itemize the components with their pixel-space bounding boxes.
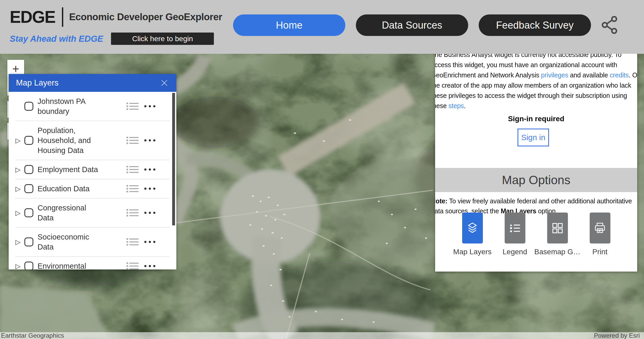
panel-scrollbar-thumb[interactable] <box>172 93 175 225</box>
map-options-title: Map Options <box>502 173 571 187</box>
tool-legend[interactable]: Legend <box>494 213 536 256</box>
map-layers-title: Map Layers <box>16 78 59 88</box>
layer-row-environmental: ▷ Environmental <box>15 257 170 269</box>
expand-arrow-icon[interactable]: ▷ <box>15 238 24 246</box>
layer-label: Johnstown PA boundary <box>38 96 106 116</box>
layer-checkbox[interactable] <box>24 237 33 246</box>
tool-label: Basemap G… <box>534 248 580 256</box>
tool-basemap-gallery[interactable]: Basemap G… <box>536 213 578 256</box>
layer-label: Environmental <box>38 261 106 269</box>
layer-label: Population, Household, and Housing Data <box>38 125 106 155</box>
main-nav: Home Data Sources Feedback Survey <box>233 14 620 36</box>
nav-feedback-survey[interactable]: Feedback Survey <box>479 14 591 36</box>
tool-label: Print <box>592 248 608 256</box>
reports-body-text: The Business Analyst widget is currently… <box>435 50 637 111</box>
map-layers-panel: Map Layers Johnstown PA boundary <box>9 74 176 269</box>
layer-row-education: ▷ Education Data <box>15 179 170 198</box>
layer-row-employment: ▷ Employment Data <box>15 160 170 179</box>
expand-arrow-icon[interactable]: ▷ <box>15 137 24 144</box>
body-text: and available <box>568 71 610 79</box>
layer-options-icon[interactable] <box>144 212 159 214</box>
map-tools-row: Map Layers Legend <box>435 213 637 256</box>
app-subtitle: Economic Developer GeoExplorer <box>69 12 222 23</box>
layer-legend-icon[interactable] <box>126 208 139 218</box>
layer-options-icon[interactable] <box>144 105 159 107</box>
layer-checkbox[interactable] <box>24 165 33 174</box>
expand-arrow-icon[interactable]: ▷ <box>15 262 24 270</box>
layer-row-socioeconomic: ▷ Socioeconomic Data <box>15 227 170 257</box>
app-logo: EDGE <box>10 7 55 27</box>
nav-data-sources[interactable]: Data Sources <box>356 14 468 36</box>
credits-link[interactable]: credits <box>610 71 629 79</box>
layer-checkbox[interactable] <box>24 136 33 145</box>
layer-legend-icon[interactable] <box>126 237 139 247</box>
signin-required-label: Sign-in required <box>435 115 637 123</box>
layer-label: Congressional Data <box>38 203 106 223</box>
expand-arrow-icon[interactable]: ▷ <box>15 166 24 173</box>
layer-legend-icon[interactable] <box>126 261 139 269</box>
layer-options-icon[interactable] <box>144 265 159 267</box>
layer-options-icon[interactable] <box>144 139 159 141</box>
legend-icon <box>505 213 525 243</box>
layer-options-icon[interactable] <box>144 188 159 190</box>
tool-map-layers[interactable]: Map Layers <box>451 213 493 256</box>
map-layers-panel-header: Map Layers <box>9 74 176 92</box>
tagline: Stay Ahead with EDGE <box>10 34 103 44</box>
layer-label: Employment Data <box>38 165 106 174</box>
expand-arrow-icon[interactable]: ▷ <box>15 209 24 217</box>
share-button[interactable] <box>599 15 620 36</box>
steps-link[interactable]: steps <box>448 102 464 109</box>
app-root: + − Earthstar Geographics Powered by Esr… <box>0 0 644 339</box>
layer-checkbox[interactable] <box>24 184 33 193</box>
layer-legend-icon[interactable] <box>126 135 139 145</box>
tool-print[interactable]: Print <box>579 213 621 256</box>
layers-icon <box>462 213 483 243</box>
map-options-section-header: Map Options <box>435 168 637 192</box>
logo-divider <box>62 7 63 27</box>
tool-label: Map Layers <box>453 248 492 256</box>
sign-in-button[interactable]: Sign in <box>518 129 549 146</box>
brand-tagline-row: Stay Ahead with EDGE Click here to begin <box>10 33 214 45</box>
layer-row-congressional: ▷ Congressional Data <box>15 198 170 227</box>
layer-legend-icon[interactable] <box>126 184 139 194</box>
layer-options-icon[interactable] <box>144 168 159 171</box>
layer-label: Education Data <box>38 184 106 194</box>
layer-label: Socioeconomic Data <box>38 232 106 252</box>
brand: EDGE Economic Developer GeoExplorer <box>10 7 222 27</box>
print-icon <box>590 213 610 243</box>
attribution-esri: Powered by Esri <box>594 332 640 339</box>
layer-list: Johnstown PA boundary ▷ Population, Hous… <box>9 92 176 269</box>
attribution-bar: Earthstar Geographics Powered by Esri <box>0 332 644 339</box>
tool-label: Legend <box>503 248 527 256</box>
privileges-link[interactable]: privileges <box>541 71 568 79</box>
share-icon <box>600 32 620 36</box>
nav-home[interactable]: Home <box>233 14 345 36</box>
begin-button[interactable]: Click here to begin <box>111 33 214 45</box>
note-prefix: Note: <box>435 197 447 205</box>
layer-checkbox[interactable] <box>24 208 33 217</box>
layer-checkbox[interactable] <box>24 262 33 269</box>
app-header: EDGE Economic Developer GeoExplorer Stay… <box>0 0 644 54</box>
basemap-gallery-icon <box>547 213 568 243</box>
attribution-source: Earthstar Geographics <box>1 332 64 339</box>
widget-panel: Generate Interactive Reports The Busines… <box>435 22 637 272</box>
layer-checkbox[interactable] <box>24 102 33 111</box>
layer-row-johnstown-boundary: Johnstown PA boundary <box>15 92 170 121</box>
layer-row-population-housing: ▷ Population, Household, and Housing Dat… <box>15 121 170 160</box>
layer-options-icon[interactable] <box>144 241 159 243</box>
expand-arrow-icon[interactable]: ▷ <box>15 185 24 193</box>
layer-legend-icon[interactable] <box>126 165 139 174</box>
close-icon[interactable] <box>159 77 170 89</box>
body-text: . <box>464 102 466 109</box>
layer-legend-icon[interactable] <box>126 101 139 111</box>
